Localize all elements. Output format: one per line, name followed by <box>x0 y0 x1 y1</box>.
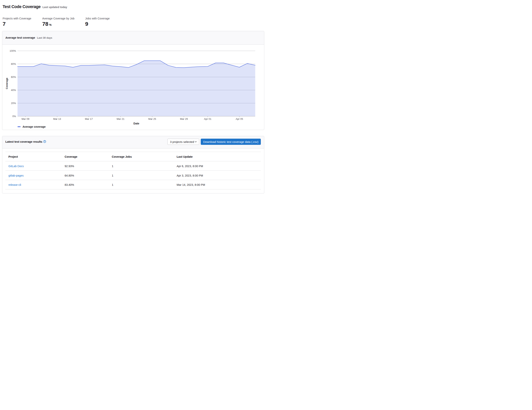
svg-text:Mar 13: Mar 13 <box>53 118 61 120</box>
svg-text:40%: 40% <box>11 89 16 91</box>
svg-text:Mar 25: Mar 25 <box>148 118 156 120</box>
svg-text:60%: 60% <box>11 76 16 78</box>
svg-text:Apr 01: Apr 01 <box>204 118 211 120</box>
svg-text:Mar 21: Mar 21 <box>116 118 124 120</box>
svg-text:0%: 0% <box>12 115 16 118</box>
svg-text:Mar 09: Mar 09 <box>21 118 29 120</box>
svg-text:20%: 20% <box>11 102 16 105</box>
svg-text:Coverage: Coverage <box>5 78 8 89</box>
svg-text:Apr 05: Apr 05 <box>236 118 243 120</box>
svg-text:Date: Date <box>133 122 139 125</box>
svg-text:Average coverage: Average coverage <box>22 125 46 128</box>
svg-text:Mar 17: Mar 17 <box>85 118 93 120</box>
svg-text:80%: 80% <box>11 63 16 65</box>
svg-text:Mar 29: Mar 29 <box>180 118 188 120</box>
svg-text:100%: 100% <box>10 49 16 52</box>
